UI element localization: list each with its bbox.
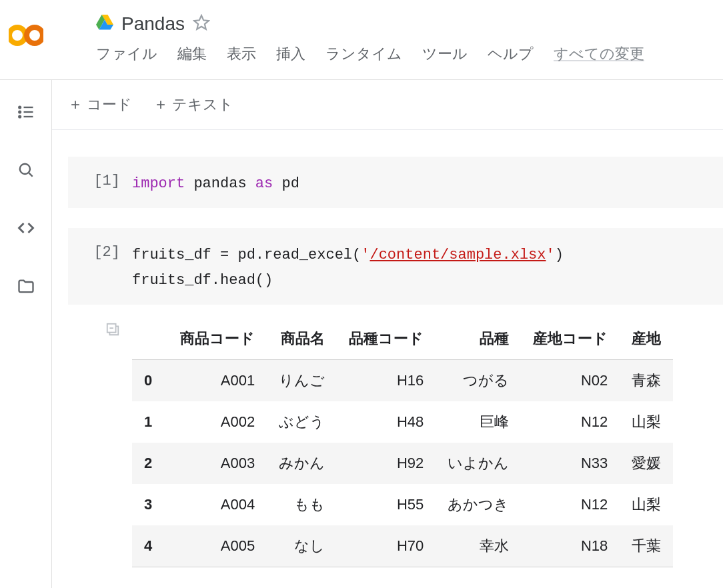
table-cell: 巨峰 [436,401,521,443]
header-bar: Pandas ファイル 編集 表示 挿入 ランタイム ツール ヘルプ すべての変… [0,0,723,80]
table-cell: 幸水 [436,525,521,567]
table-row: 1A002ぶどうH48巨峰N12山梨 [132,401,673,443]
cell-output: 商品コード商品名品種コード品種産地コード産地 0A001りんごH16つがるN02… [68,318,723,567]
table-cell: A005 [168,525,267,567]
star-icon[interactable] [193,14,210,34]
table-cell: A002 [168,401,267,443]
table-cell: H55 [337,484,436,525]
execution-count: [2] [93,244,120,261]
save-status[interactable]: すべての変更 [554,44,644,64]
code-content[interactable]: import pandas as pd [132,169,723,196]
search-icon[interactable] [17,161,35,181]
table-cell: H48 [337,401,436,443]
execution-count: [1] [93,173,120,189]
document-title[interactable]: Pandas [121,13,185,35]
folder-icon[interactable] [17,277,35,299]
drive-icon [96,15,113,33]
svg-point-0 [9,27,25,43]
column-header: 商品コード [168,318,267,360]
plus-icon: + [71,95,80,114]
cell-toolbar: + コード + テキスト [52,80,723,130]
output-indicator-icon[interactable] [105,322,120,339]
add-text-button[interactable]: + テキスト [156,95,233,115]
svg-point-4 [19,111,21,113]
table-cell: つがる [436,360,521,402]
table-cell: もも [267,484,337,525]
code-snippets-icon[interactable] [17,219,35,240]
table-row: 3A004ももH55あかつきN12山梨 [132,484,673,525]
row-index: 0 [132,360,168,402]
table-cell: みかん [267,443,337,484]
menu-tools[interactable]: ツール [422,44,468,64]
index-header [132,318,168,360]
menu-file[interactable]: ファイル [96,44,157,64]
row-index: 4 [132,525,168,567]
column-header: 品種 [436,318,521,360]
column-header: 商品名 [267,318,337,360]
table-cell: H92 [337,443,436,484]
table-cell: いよかん [436,443,521,484]
table-cell: N18 [521,525,620,567]
svg-point-1 [27,27,43,43]
menu-edit[interactable]: 編集 [177,44,207,64]
row-index: 2 [132,443,168,484]
table-cell: ぶどう [267,401,337,443]
menu-insert[interactable]: 挿入 [276,44,305,64]
svg-point-2 [19,107,21,109]
column-header: 産地コード [521,318,620,360]
table-row: 4A005なしH70幸水N18千葉 [132,525,673,567]
table-cell: あかつき [436,484,521,525]
table-cell: りんご [267,360,337,402]
table-cell: 愛媛 [620,443,673,484]
menu-view[interactable]: 表示 [227,44,256,64]
table-cell: なし [267,525,337,567]
table-cell: N12 [521,401,620,443]
code-cell[interactable]: [2] fruits_df = pd.read_excel('/content/… [68,228,723,305]
table-cell: H16 [337,360,436,402]
table-cell: N12 [521,484,620,525]
table-cell: 青森 [620,360,673,402]
menu-bar: ファイル 編集 表示 挿入 ランタイム ツール ヘルプ すべての変更 [52,44,723,64]
table-cell: 千葉 [620,525,673,567]
table-cell: 山梨 [620,401,673,443]
column-header: 品種コード [337,318,436,360]
row-index: 3 [132,484,168,525]
table-cell: A003 [168,443,267,484]
table-cell: 山梨 [620,484,673,525]
menu-help[interactable]: ヘルプ [488,44,534,64]
table-cell: N33 [521,443,620,484]
add-code-button[interactable]: + コード [71,95,132,115]
table-cell: A004 [168,484,267,525]
table-cell: H70 [337,525,436,567]
table-cell: N02 [521,360,620,402]
column-header: 産地 [620,318,673,360]
toc-icon[interactable] [17,103,35,124]
table-row: 0A001りんごH16つがるN02青森 [132,360,673,402]
code-cell[interactable]: [1] import pandas as pd [68,157,723,208]
code-content[interactable]: fruits_df = pd.read_excel('/content/samp… [132,240,723,293]
row-index: 1 [132,401,168,443]
colab-logo[interactable] [0,5,52,47]
left-sidebar [0,80,52,588]
menu-runtime[interactable]: ランタイム [325,44,402,64]
svg-point-6 [19,116,21,118]
table-row: 2A003みかんH92いよかんN33愛媛 [132,443,673,484]
svg-line-9 [29,173,32,176]
table-cell: A001 [168,360,267,402]
svg-point-8 [19,164,29,174]
plus-icon: + [156,95,165,114]
dataframe-table: 商品コード商品名品種コード品種産地コード産地 0A001りんごH16つがるN02… [132,318,673,567]
